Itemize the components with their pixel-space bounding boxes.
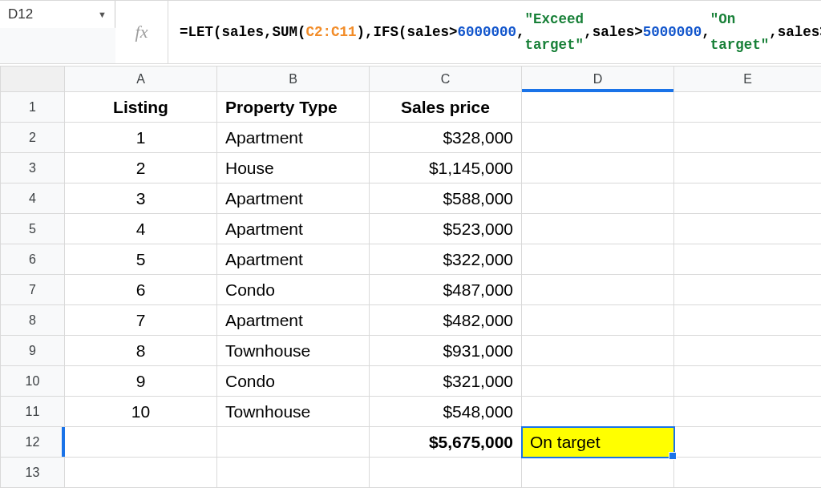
cell[interactable]: 6 — [65, 275, 217, 305]
cell[interactable]: $322,000 — [370, 244, 522, 275]
cell-value — [522, 135, 673, 141]
row-header[interactable]: 10 — [1, 366, 65, 397]
cell[interactable]: 5 — [65, 244, 217, 275]
cell[interactable] — [217, 427, 370, 458]
cell-value — [217, 439, 369, 446]
column-header[interactable]: B — [217, 67, 370, 92]
cell[interactable]: $487,000 — [370, 275, 522, 305]
cell-value: $482,000 — [370, 308, 521, 333]
column-header[interactable]: D — [522, 67, 674, 92]
chevron-down-icon[interactable]: ▼ — [98, 10, 107, 19]
cell[interactable] — [674, 305, 822, 336]
cell[interactable]: 3 — [65, 183, 217, 214]
column-header[interactable]: A — [65, 67, 217, 92]
cell[interactable] — [674, 336, 822, 366]
cell[interactable] — [522, 153, 674, 183]
cell-value: Condo — [217, 277, 369, 303]
cell[interactable] — [674, 123, 822, 153]
cell[interactable] — [522, 366, 674, 397]
row-header[interactable]: 7 — [1, 275, 65, 305]
cell[interactable] — [522, 458, 674, 488]
cell[interactable]: $548,000 — [370, 397, 522, 427]
cell[interactable] — [522, 305, 674, 336]
column-header-row: ABCDE — [1, 67, 822, 92]
cell[interactable] — [522, 92, 674, 123]
cell-value: Listing — [65, 95, 216, 120]
cell[interactable]: Sales price — [370, 92, 522, 123]
cell[interactable] — [674, 153, 822, 183]
cell-value — [674, 226, 821, 232]
cell[interactable] — [522, 244, 674, 275]
cell[interactable]: Townhouse — [217, 397, 370, 427]
row-header[interactable]: 3 — [1, 153, 65, 183]
cell[interactable] — [674, 275, 822, 305]
cell[interactable] — [522, 183, 674, 214]
row-header[interactable]: 13 — [1, 458, 65, 488]
column-header[interactable]: C — [370, 67, 522, 92]
cell[interactable] — [522, 336, 674, 366]
cell[interactable] — [674, 397, 822, 427]
cell[interactable] — [522, 123, 674, 153]
row-header[interactable]: 9 — [1, 336, 65, 366]
cell[interactable]: 8 — [65, 336, 217, 366]
cell[interactable] — [674, 214, 822, 244]
cell[interactable] — [674, 92, 822, 123]
row-header[interactable]: 8 — [1, 305, 65, 336]
spreadsheet[interactable]: ABCDE 1ListingProperty TypeSales price21… — [0, 66, 821, 488]
cell[interactable] — [522, 275, 674, 305]
cell[interactable]: 10 — [65, 397, 217, 427]
cell[interactable]: Townhouse — [217, 336, 370, 366]
cell[interactable]: 9 — [65, 366, 217, 397]
cell[interactable]: $482,000 — [370, 305, 522, 336]
cell[interactable]: Apartment — [217, 305, 370, 336]
cell-value: 2 — [65, 155, 216, 181]
formula-token: ,sales> — [584, 19, 643, 45]
row-header[interactable]: 5 — [1, 214, 65, 244]
select-all-corner[interactable] — [1, 67, 65, 92]
cell[interactable] — [370, 458, 522, 488]
cell-value: 1 — [65, 125, 216, 151]
cell[interactable] — [217, 458, 370, 488]
cell[interactable]: $931,000 — [370, 336, 522, 366]
column-header[interactable]: E — [674, 67, 822, 92]
cell[interactable]: House — [217, 153, 370, 183]
row-header[interactable]: 6 — [1, 244, 65, 275]
cell[interactable] — [65, 458, 217, 488]
cell[interactable]: 7 — [65, 305, 217, 336]
cell[interactable] — [522, 214, 674, 244]
row-header[interactable]: 2 — [1, 123, 65, 153]
cell[interactable]: Apartment — [217, 123, 370, 153]
cell[interactable]: $523,000 — [370, 214, 522, 244]
cell[interactable] — [674, 366, 822, 397]
cell[interactable]: Apartment — [217, 183, 370, 214]
row-header[interactable]: 12 — [1, 427, 65, 458]
cell[interactable]: $5,675,000 — [370, 427, 522, 458]
formula-input[interactable]: =LET(sales,SUM(C2:C11),IFS(sales>6000000… — [168, 1, 821, 63]
row-header[interactable]: 1 — [1, 92, 65, 123]
cell[interactable] — [674, 244, 822, 275]
cell[interactable]: Condo — [217, 366, 370, 397]
cell[interactable] — [674, 183, 822, 214]
cell[interactable]: 1 — [65, 123, 217, 153]
cell[interactable] — [674, 458, 822, 488]
name-box-value: D12 — [8, 6, 33, 22]
cell[interactable]: Apartment — [217, 214, 370, 244]
row-header[interactable]: 4 — [1, 183, 65, 214]
cell[interactable]: $588,000 — [370, 183, 522, 214]
cell[interactable]: $328,000 — [370, 123, 522, 153]
cell[interactable] — [522, 397, 674, 427]
cell[interactable]: Condo — [217, 275, 370, 305]
cell[interactable]: 2 — [65, 153, 217, 183]
name-box[interactable]: D12 ▼ — [0, 1, 115, 28]
cell-value: Apartment — [217, 125, 369, 151]
cell[interactable] — [674, 427, 822, 458]
cell[interactable]: Property Type — [217, 92, 370, 123]
cell[interactable]: On target — [522, 427, 674, 458]
cell[interactable]: Listing — [65, 92, 217, 123]
cell[interactable]: Apartment — [217, 244, 370, 275]
cell[interactable] — [65, 427, 217, 458]
cell[interactable]: 4 — [65, 214, 217, 244]
row-header[interactable]: 11 — [1, 397, 65, 427]
cell[interactable]: $1,145,000 — [370, 153, 522, 183]
cell[interactable]: $321,000 — [370, 366, 522, 397]
